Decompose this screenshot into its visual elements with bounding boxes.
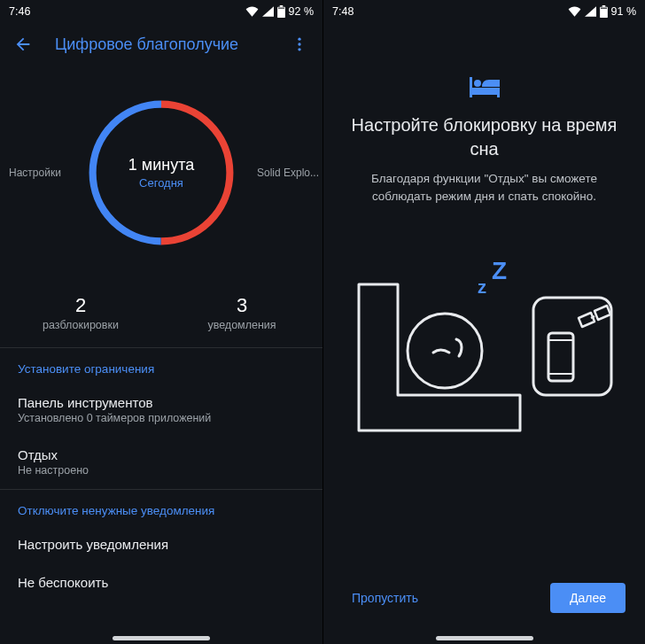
svg-rect-13 [497, 88, 500, 97]
svg-rect-9 [602, 5, 605, 7]
app-bar: Цифровое благополучие [0, 23, 322, 66]
nav-pill[interactable] [436, 636, 533, 640]
overflow-menu-button[interactable] [284, 28, 315, 60]
status-bar: 7:48 91 % [323, 0, 645, 23]
section-notifs-title: Отключите ненужные уведомления [0, 490, 322, 526]
svg-text:Z: Z [492, 257, 507, 284]
signal-icon [585, 6, 596, 17]
svg-point-3 [298, 38, 300, 41]
svg-point-5 [298, 48, 300, 50]
stat-unlocks-label: разблокировки [0, 319, 161, 331]
item-dnd[interactable]: Не беспокоить [0, 564, 322, 602]
item-configure-notifs-primary: Настроить уведомления [18, 537, 305, 552]
donut-subtitle: Сегодня [128, 176, 194, 190]
stat-unlocks[interactable]: 2 разблокировки [0, 283, 161, 347]
usage-donut[interactable]: Настройки Solid Explo... 1 минута Сегодн… [0, 71, 322, 275]
skip-button[interactable]: Пропустить [343, 584, 427, 612]
onboard-footer: Пропустить Далее [323, 575, 645, 621]
status-time: 7:46 [9, 5, 30, 18]
onboard-body: Благодаря функции "Отдых" вы сможете соб… [348, 170, 620, 205]
item-winddown-primary: Отдых [18, 447, 305, 462]
status-battery-pct: 92 % [289, 5, 315, 18]
svg-rect-2 [278, 8, 284, 9]
bed-icon [348, 74, 620, 97]
wifi-icon [568, 6, 581, 17]
item-dnd-primary: Не беспокоить [18, 575, 305, 590]
status-bar: 7:46 92 % [0, 0, 322, 23]
back-button[interactable] [7, 28, 39, 60]
onboard-content: Настройте блокировку на время сна Благод… [323, 74, 645, 453]
onboard-heading: Настройте блокировку на время сна [348, 113, 620, 161]
svg-rect-10 [601, 8, 607, 9]
stat-notifs-label: уведомления [161, 319, 322, 331]
onboarding-screen: 7:48 91 % Настройте блокировку на время … [322, 0, 645, 644]
item-winddown-secondary: Не настроено [18, 464, 305, 477]
nav-pill[interactable] [113, 636, 210, 640]
battery-icon [277, 5, 285, 18]
arrow-left-icon [13, 35, 33, 54]
svg-point-4 [298, 43, 300, 45]
next-button[interactable]: Далее [550, 583, 626, 613]
status-icons: 91 % [568, 5, 637, 18]
donut-label-left: Настройки [9, 167, 61, 179]
svg-text:z: z [478, 277, 486, 297]
donut-label-right: Solid Explo... [257, 167, 319, 179]
more-vert-icon [291, 35, 308, 53]
sleep-illustration: z Z [348, 249, 620, 453]
wellbeing-screen: 7:46 92 % Цифровое благополучие Настройк… [0, 0, 322, 644]
battery-icon [600, 5, 608, 18]
stats-row: 2 разблокировки 3 уведомления [0, 283, 322, 347]
status-battery-pct: 91 % [611, 5, 637, 18]
donut-center: 1 минута Сегодня [128, 156, 194, 190]
stat-unlocks-num: 2 [0, 294, 161, 317]
item-configure-notifs[interactable]: Настроить уведомления [0, 526, 322, 564]
item-winddown[interactable]: Отдых Не настроено [0, 437, 322, 489]
stat-notifs-num: 3 [161, 294, 322, 317]
signal-icon [262, 6, 274, 17]
item-dashboard-primary: Панель инструментов [18, 395, 305, 410]
page-title: Цифровое благополучие [55, 35, 268, 54]
svg-point-14 [474, 80, 481, 87]
section-limits-title: Установите ограничения [0, 348, 322, 384]
svg-rect-1 [279, 5, 283, 7]
item-dashboard-secondary: Установлено 0 таймеров приложений [18, 412, 305, 424]
stat-notifications[interactable]: 3 уведомления [161, 283, 322, 347]
svg-rect-12 [470, 88, 500, 95]
donut-total: 1 минута [128, 156, 194, 175]
wifi-icon [245, 6, 259, 17]
status-icons: 92 % [245, 5, 315, 18]
item-dashboard[interactable]: Панель инструментов Установлено 0 таймер… [0, 384, 322, 437]
status-time: 7:48 [332, 5, 354, 18]
